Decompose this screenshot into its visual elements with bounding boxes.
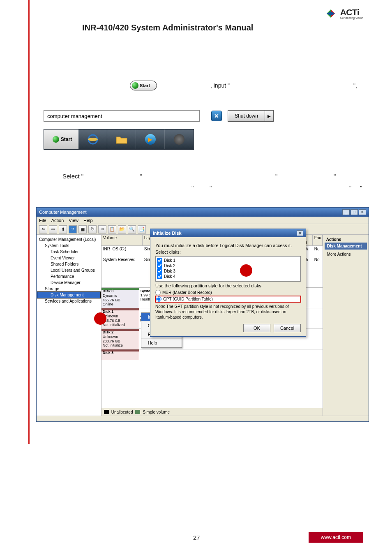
t: GPT (GUID Partition Table) [163,297,213,301]
tree-system-tools[interactable]: System Tools [37,243,100,249]
chk-disk-4[interactable]: Disk 4 [157,274,299,279]
cell: No [313,246,323,256]
view-icon[interactable]: ▦ [78,225,87,234]
qt: " [334,173,336,180]
statusbar [37,416,369,421]
disk-0-label: Disk 0 Dynamic 465.76 GB Online [101,288,139,308]
dialog-title: Initialize Disk [153,231,182,236]
search-text: computer management [47,113,102,119]
t: Not Initialized [103,323,125,327]
disk-2-label: Disk 2 Unknown 233.76 GB Not Initialize [101,329,139,349]
dialog-body: You must initialize a disk before Logica… [150,237,306,336]
help-icon[interactable]: ? [69,225,77,234]
menu-file[interactable]: File [39,218,46,223]
settings-button[interactable] [165,130,194,149]
disk-row-3[interactable]: Disk 3 [101,349,323,360]
col-volume[interactable]: Volume [101,235,143,245]
qt: " [210,184,212,191]
cell: System Reserved [101,257,143,262]
ok-button[interactable]: OK [243,324,270,332]
actions-title: Actions [325,236,367,243]
tree-shared-folders[interactable]: Shared Folders [37,261,100,267]
taskbar-search-row: computer management ✕ Shut down ▶ [44,109,307,123]
media-player-button[interactable]: ▶ [136,130,165,149]
actions-disk-mgmt[interactable]: Disk Management [325,243,367,250]
props-icon[interactable]: 📋 [108,225,116,234]
refresh-icon[interactable]: ↻ [88,225,97,234]
menu-view[interactable]: View [69,218,78,223]
legend-simple: Simple volume [143,410,170,414]
actions-pane: Actions Disk Management More Actions [323,235,369,416]
radio-gpt[interactable]: GPT (GUID Partition Table) [155,296,301,302]
tree-local-users[interactable]: Local Users and Groups [37,267,100,273]
radio-mbr[interactable]: MBR (Master Boot Record) [155,290,301,295]
cancel-button[interactable]: Cancel [274,324,301,332]
back-icon[interactable]: ⇦ [39,225,47,234]
tree-performance[interactable]: Performance [37,273,100,280]
qt: " [275,173,277,180]
close-icon[interactable]: ✕ [359,209,366,215]
text-input-phrase: , input " [210,82,230,89]
tree-root[interactable]: Computer Management (Local) [37,236,100,243]
misc2-icon[interactable]: 🔍 [128,225,136,234]
start-orb-icon [132,82,138,89]
legend-unalloc-swatch [104,410,109,414]
t: Online [103,302,113,306]
actions-more[interactable]: More Actions [325,251,367,258]
dialog-titlebar: Initialize Disk ✕ [150,229,306,237]
chk-disk-3[interactable]: Disk 3 [157,268,299,274]
tree-disk-management[interactable]: Disk Management [37,292,100,298]
checkbox-icon[interactable] [157,274,162,279]
checkbox-icon[interactable] [157,268,162,274]
dialog-close-icon[interactable]: ✕ [297,230,303,236]
menu-help[interactable]: Help [83,218,93,223]
disk-checklist: Disk 1 Disk 2 Disk 3 Disk 4 [155,256,301,282]
gpt-note: Note: The GPT partition style is not rec… [155,304,301,320]
start-button-sample[interactable]: Start [130,81,157,90]
radio-icon[interactable] [155,290,161,295]
footer-url[interactable]: www.acti.com [309,532,363,543]
close-icon[interactable]: ✕ [211,111,222,121]
logo-icon [324,8,338,19]
t: 465.76 GB [103,298,120,302]
taskbar: Start ▶ [44,129,194,150]
checkbox-icon[interactable] [157,263,162,268]
manual-title: INR-410/420 System Administrator's Manua… [82,23,253,32]
page-number: 27 [193,534,200,541]
disk-3-label: Disk 3 [101,349,139,360]
misc3-icon[interactable]: 📑 [138,225,146,234]
delete-icon[interactable]: ✕ [98,225,106,234]
select-word: Select " [62,173,83,180]
explorer-button[interactable] [107,130,136,149]
t: Disk 4 [164,274,175,279]
maximize-icon[interactable]: □ [350,209,358,215]
up-icon[interactable]: ⬆ [59,225,67,234]
misc-icon[interactable]: 📂 [118,225,126,234]
initialize-disk-dialog: Initialize Disk ✕ You must initialize a … [150,229,306,337]
menubar: File Action View Help [37,217,369,224]
search-input[interactable]: computer management [44,110,200,122]
start-orb-icon [53,136,59,143]
checkbox-icon[interactable] [157,258,162,263]
logo-text: ACTi [340,7,360,17]
tree-task-scheduler[interactable]: Task Scheduler [37,249,100,255]
menu-action[interactable]: Action [51,218,64,223]
chevron-right-icon[interactable]: ▶ [265,111,273,121]
shutdown-button[interactable]: Shut down ▶ [228,110,274,122]
ie-button[interactable] [78,130,107,149]
t: Unknown [103,335,118,339]
cell: No [313,257,323,262]
tree-storage[interactable]: Storage [37,286,100,292]
col-fau[interactable]: Fau [313,235,323,245]
chk-disk-1[interactable]: Disk 1 [157,258,299,263]
tree-device-manager[interactable]: Device Manager [37,280,100,286]
menu-help[interactable]: Help [141,339,182,347]
chk-disk-2[interactable]: Disk 2 [157,263,299,268]
forward-icon[interactable]: ⇨ [49,225,57,234]
start-button[interactable]: Start [44,130,78,149]
tree-services[interactable]: Services and Applications [37,298,100,304]
radio-icon[interactable] [156,296,161,302]
minimize-icon[interactable]: _ [342,209,350,215]
t: Disk 3 [164,269,175,273]
tree-event-viewer[interactable]: Event Viewer [37,255,100,261]
